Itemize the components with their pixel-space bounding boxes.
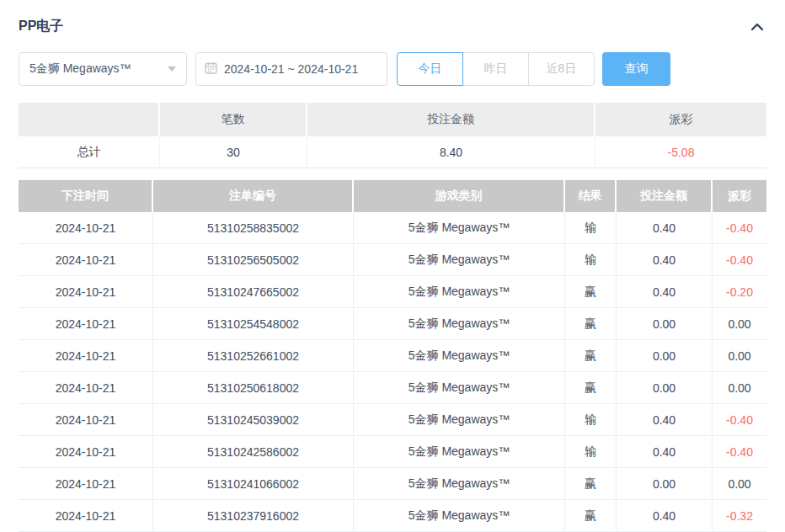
summary-table-header: 笔数 投注金额 派彩: [19, 103, 766, 136]
calendar-icon: [205, 61, 217, 77]
cell-order-number: 51310258835002: [153, 212, 354, 243]
summary-table: 笔数 投注金额 派彩 总计 30 8.40 -5.08: [19, 103, 766, 168]
cell-order-number: 51310237916002: [153, 500, 354, 531]
cell-bet-time: 2024-10-21: [19, 404, 153, 435]
quick-range-last8days-button[interactable]: 近8日: [528, 52, 595, 86]
table-row: 2024-10-21 51310237916002 5金狮 Megaways™ …: [19, 500, 766, 532]
game-select-value: 5金狮 Megaways™: [29, 61, 131, 77]
collapse-panel-button[interactable]: [748, 19, 766, 35]
records-header-game-type: 游戏类别: [354, 180, 565, 212]
cell-payout: -0.40: [713, 436, 766, 467]
cell-result: 赢: [565, 308, 617, 339]
page-title: PP电子: [19, 18, 63, 35]
game-select[interactable]: 5金狮 Megaways™: [19, 52, 187, 86]
records-header-bet-amount: 投注金额: [617, 180, 713, 212]
chevron-up-icon: [750, 23, 765, 35]
cell-payout: -0.20: [713, 276, 766, 307]
cell-result: 输: [565, 404, 617, 435]
summary-total-count: 30: [160, 136, 307, 168]
cell-payout: -0.32: [713, 500, 766, 531]
filter-bar: 5金狮 Megaways™ 2024-10-21 ~ 2024-10-21 今日…: [19, 52, 766, 86]
cell-bet-amount: 0.40: [617, 500, 713, 531]
cell-result: 输: [565, 436, 617, 467]
cell-payout: 0.00: [713, 340, 766, 371]
cell-order-number: 51310247665002: [153, 276, 354, 307]
cell-bet-amount: 0.00: [617, 468, 713, 499]
quick-range-yesterday-button[interactable]: 昨日: [462, 52, 529, 86]
cell-result: 赢: [565, 372, 617, 403]
records-table: 下注时间 注单编号 游戏类别 结果 投注金额 派彩 2024-10-21 513…: [19, 180, 766, 532]
cell-order-number: 51310241066002: [153, 468, 354, 499]
cell-bet-amount: 0.00: [617, 372, 713, 403]
table-row: 2024-10-21 51310250618002 5金狮 Megaways™ …: [19, 372, 766, 404]
date-range-picker[interactable]: 2024-10-21 ~ 2024-10-21: [195, 52, 387, 86]
summary-total-row: 总计 30 8.40 -5.08: [19, 136, 766, 168]
search-button[interactable]: 查询: [602, 52, 670, 86]
cell-game-type: 5金狮 Megaways™: [354, 212, 565, 243]
cell-game-type: 5金狮 Megaways™: [354, 340, 565, 371]
cell-bet-time: 2024-10-21: [19, 340, 153, 371]
cell-bet-amount: 0.40: [617, 276, 713, 307]
records-header-bet-time: 下注时间: [19, 180, 153, 212]
records-header-result: 结果: [565, 180, 617, 212]
cell-payout: -0.40: [713, 404, 766, 435]
cell-order-number: 51310252661002: [153, 340, 354, 371]
summary-total-payout: -5.08: [595, 136, 766, 168]
cell-order-number: 51310256505002: [153, 244, 354, 275]
cell-bet-amount: 0.40: [617, 436, 713, 467]
cell-bet-amount: 0.40: [617, 212, 713, 243]
quick-range-group: 今日 昨日 近8日: [397, 52, 595, 86]
cell-game-type: 5金狮 Megaways™: [354, 436, 565, 467]
summary-header-blank: [19, 103, 160, 136]
pp-electronic-panel: PP电子 5金狮 Megaways™ 2024-: [0, 0, 785, 532]
cell-payout: -0.40: [713, 244, 766, 275]
cell-payout: -0.40: [713, 212, 766, 243]
quick-range-today-button[interactable]: 今日: [397, 52, 463, 86]
summary-total-label: 总计: [19, 136, 160, 168]
cell-game-type: 5金狮 Megaways™: [354, 404, 565, 435]
cell-result: 赢: [565, 500, 617, 531]
table-row: 2024-10-21 51310256505002 5金狮 Megaways™ …: [19, 244, 766, 276]
cell-bet-amount: 0.00: [617, 308, 713, 339]
cell-bet-amount: 0.00: [617, 340, 713, 371]
cell-game-type: 5金狮 Megaways™: [354, 276, 565, 307]
cell-game-type: 5金狮 Megaways™: [354, 244, 565, 275]
cell-game-type: 5金狮 Megaways™: [354, 308, 565, 339]
summary-header-payout: 派彩: [595, 103, 766, 136]
cell-order-number: 51310245039002: [153, 404, 354, 435]
cell-bet-amount: 0.40: [617, 244, 713, 275]
cell-result: 输: [565, 212, 617, 243]
cell-result: 赢: [565, 468, 617, 499]
cell-bet-time: 2024-10-21: [19, 372, 153, 403]
records-header-order-number: 注单编号: [153, 180, 354, 212]
cell-payout: 0.00: [713, 308, 766, 339]
records-table-body: 2024-10-21 51310258835002 5金狮 Megaways™ …: [19, 212, 766, 532]
table-row: 2024-10-21 51310242586002 5金狮 Megaways™ …: [19, 436, 766, 468]
cell-order-number: 51310254548002: [153, 308, 354, 339]
cell-game-type: 5金狮 Megaways™: [354, 468, 565, 499]
summary-header-bet-amount: 投注金额: [307, 103, 595, 136]
cell-payout: 0.00: [713, 372, 766, 403]
records-table-header: 下注时间 注单编号 游戏类别 结果 投注金额 派彩: [19, 180, 766, 212]
cell-bet-time: 2024-10-21: [19, 244, 153, 275]
cell-result: 赢: [565, 276, 617, 307]
cell-bet-time: 2024-10-21: [19, 212, 153, 243]
cell-bet-time: 2024-10-21: [19, 436, 153, 467]
summary-header-count: 笔数: [160, 103, 307, 136]
cell-result: 赢: [565, 340, 617, 371]
cell-bet-time: 2024-10-21: [19, 500, 153, 531]
summary-total-bet-amount: 8.40: [307, 136, 595, 168]
cell-game-type: 5金狮 Megaways™: [354, 500, 565, 531]
cell-result: 输: [565, 244, 617, 275]
table-row: 2024-10-21 51310252661002 5金狮 Megaways™ …: [19, 340, 766, 372]
records-header-payout: 派彩: [713, 180, 766, 212]
cell-payout: 0.00: [713, 468, 766, 499]
cell-bet-time: 2024-10-21: [19, 308, 153, 339]
cell-order-number: 51310250618002: [153, 372, 354, 403]
date-range-value: 2024-10-21 ~ 2024-10-21: [224, 62, 358, 76]
cell-bet-time: 2024-10-21: [19, 276, 153, 307]
cell-order-number: 51310242586002: [153, 436, 354, 467]
table-row: 2024-10-21 51310254548002 5金狮 Megaways™ …: [19, 308, 766, 340]
table-row: 2024-10-21 51310241066002 5金狮 Megaways™ …: [19, 468, 766, 500]
table-row: 2024-10-21 51310245039002 5金狮 Megaways™ …: [19, 404, 766, 436]
